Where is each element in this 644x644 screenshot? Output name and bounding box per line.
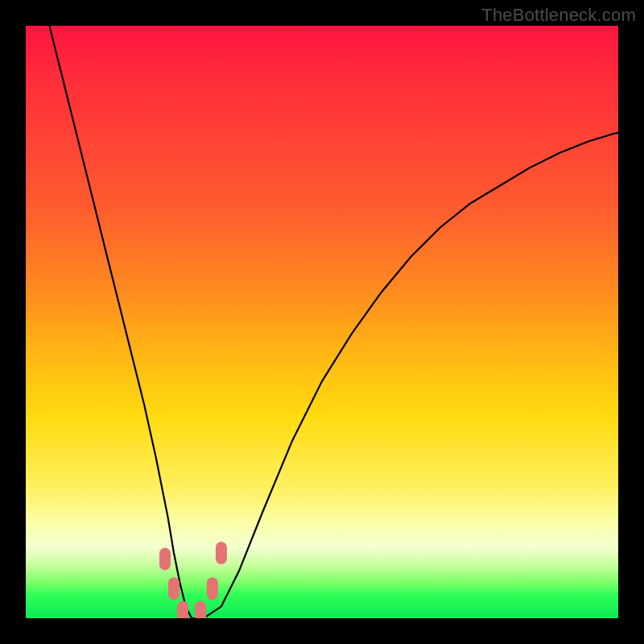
marker-valley-right: [195, 601, 206, 618]
marker-right-shoulder-top: [216, 542, 227, 564]
chart-plot-area: [26, 26, 618, 618]
marker-left-shoulder-mid: [168, 577, 180, 600]
marker-valley-left: [177, 601, 188, 618]
chart-frame: TheBottleneck.com: [0, 0, 644, 644]
curve-path: [49, 26, 618, 618]
chart-svg: [26, 26, 618, 618]
bottleneck-curve: [49, 26, 618, 618]
watermark-text: TheBottleneck.com: [481, 5, 636, 26]
marker-left-shoulder-top: [159, 547, 171, 570]
marker-right-shoulder-mid: [207, 577, 218, 600]
valley-markers: [159, 542, 227, 618]
